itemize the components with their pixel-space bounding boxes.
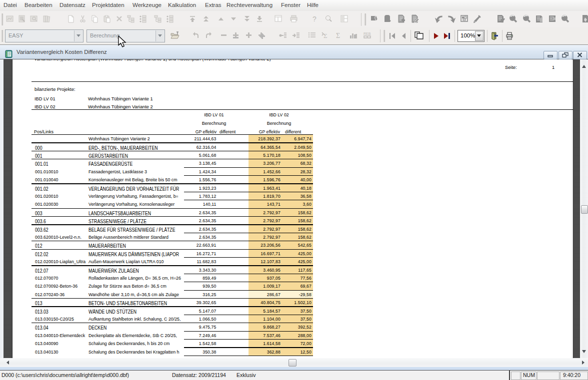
svg-text:REB: REB xyxy=(364,32,371,35)
svg-text:?: ? xyxy=(312,15,316,23)
svg-text:Σ: Σ xyxy=(336,32,340,39)
svg-text:Σ: Σ xyxy=(324,32,328,39)
